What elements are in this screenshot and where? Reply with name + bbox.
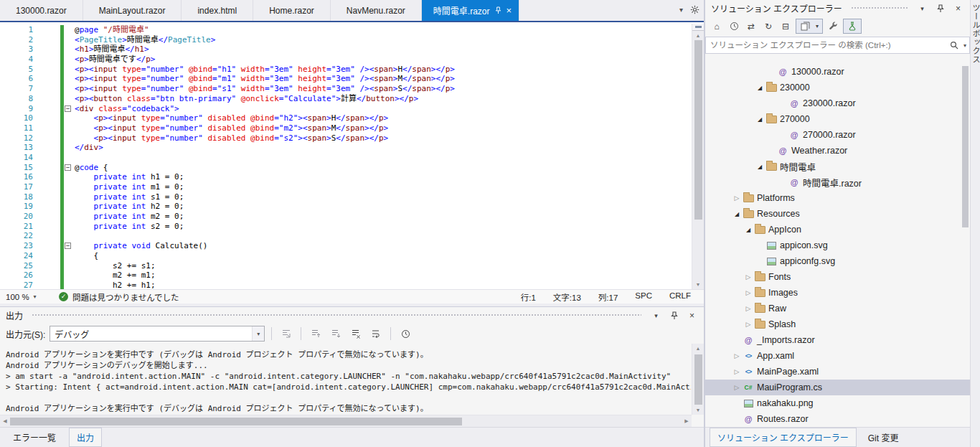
panel-drag-grip[interactable] xyxy=(851,6,908,10)
tree-item[interactable]: ◢AppIcon xyxy=(705,222,970,237)
fold-marker-icon[interactable]: − xyxy=(65,164,71,171)
home-icon[interactable]: ⌂ xyxy=(710,19,724,34)
code-line[interactable] xyxy=(65,231,691,241)
tree-expand-icon[interactable]: ◢ xyxy=(731,211,743,217)
pin-icon[interactable] xyxy=(668,309,680,321)
code-line[interactable]: <PageTitle>時間電卓</PageTitle> xyxy=(65,35,691,45)
code-line[interactable]: <p><button class="btn btn-primary" @oncl… xyxy=(65,94,691,104)
test-flask-icon[interactable] xyxy=(845,19,859,34)
word-wrap-icon[interactable] xyxy=(368,326,384,342)
code-line[interactable]: <p><input type="number" @bind="m1" width… xyxy=(65,74,691,84)
window-position-chevron-icon[interactable]: ▾ xyxy=(650,309,662,321)
sync-with-active-document-icon[interactable]: ⇄ xyxy=(744,19,758,34)
tree-expand-icon[interactable]: ◢ xyxy=(754,164,765,170)
tree-item[interactable]: ▷<>MainPage.xaml xyxy=(705,364,970,380)
fold-marker-icon[interactable]: − xyxy=(65,105,71,112)
output-lines[interactable]: Android アプリケーションを実行中です (デバッグは Android プロ… xyxy=(0,344,691,415)
code-line[interactable]: private int h1 = 0; xyxy=(65,172,691,182)
tree-item[interactable]: @時間電卓.razor xyxy=(705,174,970,190)
indent-mode-indicator[interactable]: SPC xyxy=(635,291,652,303)
chevron-down-icon[interactable]: ▾ xyxy=(814,19,821,34)
tab-close-icon[interactable]: × xyxy=(507,6,512,15)
panel-tab[interactable]: 出力 xyxy=(69,428,102,447)
code-line[interactable]: private int s2 = 0; xyxy=(65,222,691,232)
code-editor[interactable]: 1234567891011121314151617181920212223242… xyxy=(0,21,704,289)
tree-item[interactable]: @_Imports.razor xyxy=(705,332,970,348)
editor-tab[interactable]: MainLayout.razor xyxy=(83,0,182,21)
tree-item[interactable]: ▷Splash xyxy=(705,316,970,332)
tree-item[interactable]: ▷Platforms xyxy=(705,190,970,206)
code-line[interactable]: − private void Calculate() xyxy=(65,241,691,251)
output-scrollbar-thumb[interactable] xyxy=(694,354,702,405)
tree-item[interactable]: ▷Images xyxy=(705,285,970,301)
code-line[interactable]: <h1>時間電卓</h1> xyxy=(65,44,691,55)
scroll-down-arrow-icon[interactable]: ▼ xyxy=(692,280,704,289)
code-line[interactable]: <p><input type="number" disabled @bind="… xyxy=(65,123,691,133)
window-position-chevron-icon[interactable]: ▾ xyxy=(916,2,928,14)
tree-expand-icon[interactable]: ◢ xyxy=(754,85,765,91)
tree-item[interactable]: ◢時間電卓 xyxy=(705,159,970,174)
pin-icon[interactable] xyxy=(934,2,946,14)
code-line[interactable]: </div> xyxy=(65,143,691,153)
tree-expand-icon[interactable]: ▷ xyxy=(743,289,754,296)
tree-item[interactable]: ◢270000 xyxy=(705,111,970,127)
tree-item[interactable]: appiconfg.svg xyxy=(705,253,970,269)
refresh-icon[interactable]: ↻ xyxy=(761,19,776,34)
editor-tab[interactable]: NavMenu.razor xyxy=(331,0,422,21)
tree-item[interactable]: nakahaku.png xyxy=(705,395,970,411)
tree-expand-icon[interactable]: ▷ xyxy=(731,194,743,202)
editor-tab[interactable]: Home.razor xyxy=(253,0,331,21)
close-icon[interactable]: × xyxy=(686,309,698,321)
code-line[interactable]: <p><input type="number" disabled @bind="… xyxy=(65,113,691,123)
split-window-handle[interactable] xyxy=(692,24,704,31)
tree-item[interactable]: @270000.razor xyxy=(705,127,970,143)
code-line[interactable]: <p>時間電卓です</p> xyxy=(65,55,691,65)
solution-search-input[interactable] xyxy=(705,37,970,54)
code-line[interactable]: { xyxy=(65,251,691,261)
tree-expand-icon[interactable]: ▷ xyxy=(731,384,743,391)
editor-tab[interactable]: 時間電卓.razor× xyxy=(422,0,519,21)
editor-tab[interactable]: 130000.razor xyxy=(0,0,83,21)
code-line[interactable]: <p><input type="number" @bind="h1" width… xyxy=(65,65,691,75)
code-line[interactable]: <p><input type="number" disabled @bind="… xyxy=(65,133,691,143)
tree-expand-icon[interactable]: ▷ xyxy=(743,305,754,312)
panel-tab[interactable]: Git 変更 xyxy=(861,428,906,446)
code-line[interactable]: h2 += h1; xyxy=(65,281,691,289)
scroll-right-arrow-icon[interactable]: ▶ xyxy=(682,418,692,424)
output-horizontal-scrollbar[interactable]: ◀ ▶ xyxy=(0,415,692,427)
scroll-left-arrow-icon[interactable]: ◀ xyxy=(0,418,10,424)
toolbox-vertical-tab[interactable]: ツールボックス xyxy=(971,4,980,64)
show-all-files-icon[interactable] xyxy=(798,19,812,34)
editor-scrollbar-thumb[interactable] xyxy=(694,40,702,220)
tree-item[interactable]: ▷<>App.xaml xyxy=(705,348,970,364)
output-vertical-scrollbar[interactable]: ▲ ▼ xyxy=(692,344,704,415)
no-issues-check-icon[interactable]: ✓ xyxy=(59,292,68,301)
tab-pin-icon[interactable] xyxy=(495,6,501,14)
code-line[interactable]: @page "/時間電卓" xyxy=(65,25,691,35)
code-line[interactable]: private int h2 = 0; xyxy=(65,202,691,212)
tree-item[interactable]: @230000.razor xyxy=(705,95,970,111)
scroll-down-arrow-icon[interactable]: ▼ xyxy=(692,405,704,415)
clear-all-icon[interactable] xyxy=(348,326,364,342)
zoom-control[interactable]: 100 % ▾ xyxy=(0,293,44,301)
tree-scrollbar-thumb[interactable] xyxy=(962,66,969,227)
output-source-dropdown[interactable]: デバッグ ▾ xyxy=(50,326,265,342)
scroll-up-arrow-icon[interactable]: ▲ xyxy=(692,344,704,353)
timestamp-clock-icon[interactable] xyxy=(397,326,413,342)
tree-item[interactable]: ▷Fonts xyxy=(705,269,970,285)
tree-expand-icon[interactable]: ▷ xyxy=(743,321,754,328)
line-ending-indicator[interactable]: CRLF xyxy=(669,291,691,303)
next-message-icon[interactable] xyxy=(328,326,344,342)
code-line[interactable]: private int m2 = 0; xyxy=(65,212,691,222)
collapse-all-icon[interactable]: ⊟ xyxy=(778,19,793,34)
search-icon[interactable] xyxy=(950,41,958,50)
goto-message-icon[interactable] xyxy=(278,326,294,342)
prev-message-icon[interactable] xyxy=(308,326,324,342)
tree-item[interactable]: appicon.svg xyxy=(705,237,970,253)
tree-item[interactable]: ◢Resources xyxy=(705,206,970,222)
code-line[interactable]: m2 += m1; xyxy=(65,270,691,281)
tree-item[interactable]: @Routes.razor xyxy=(705,411,970,427)
code-line[interactable]: s2 += s1; xyxy=(65,261,691,271)
open-documents-chevron-icon[interactable]: ▾ xyxy=(679,6,683,14)
tree-item[interactable]: ▷C#MauiProgram.cs xyxy=(705,380,970,395)
